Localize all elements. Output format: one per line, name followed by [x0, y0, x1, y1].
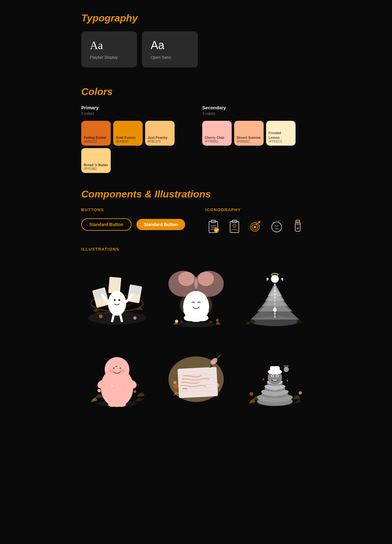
svg-point-90 — [277, 375, 278, 376]
svg-point-63 — [111, 385, 113, 387]
swatch-cherry-chip: Cherry Chip #FFBBB2 — [202, 121, 232, 146]
swatch-fading-ember: Fading Ember #E06C1D — [81, 121, 111, 146]
colors-title: Colors — [81, 86, 311, 97]
typography-section: Typography Aa Playfair Display Aa Open S… — [81, 12, 311, 67]
illustration-meditating-blob — [160, 258, 232, 329]
illustration-stacked-chef — [239, 337, 311, 409]
svg-point-39 — [184, 315, 197, 321]
buttons-label: BUTTONS — [81, 207, 187, 212]
swatch-just-peachy: Just Peachy #FBC376 — [145, 121, 175, 146]
primary-colors-group: Primary 5 colors Fading Ember #E06C1D Go… — [81, 105, 190, 173]
svg-point-40 — [195, 315, 208, 321]
svg-point-97 — [268, 371, 269, 373]
components-layout: BUTTONS Standard Button Standard Button … — [81, 207, 311, 234]
font-name-playfair: Playfair Display — [90, 55, 118, 60]
components-section: Components & Illustrations BUTTONS Stand… — [81, 188, 311, 408]
primary-label: Primary — [81, 105, 190, 110]
illustration-spinning-cards — [81, 258, 153, 329]
svg-point-64 — [120, 388, 121, 389]
svg-point-52 — [105, 357, 129, 382]
swatch-gold-fusion: Gold Fusion #EA9000 — [113, 121, 143, 146]
svg-point-34 — [178, 272, 194, 286]
svg-point-29 — [114, 299, 116, 301]
svg-point-80 — [250, 392, 254, 396]
iconography-label: ICONOGRAPHY — [205, 207, 311, 212]
svg-point-81 — [299, 391, 302, 394]
illustrations-grid — [81, 258, 311, 408]
person-clipboard-icon — [226, 218, 243, 234]
colors-layout: Primary 5 colors Fading Ember #E06C1D Go… — [81, 105, 311, 173]
typography-title: Typography — [81, 12, 311, 24]
svg-point-41 — [175, 320, 178, 323]
font-sample-playfair: Aa — [90, 39, 128, 52]
font-card-opensans: Aa Open Sans — [142, 31, 198, 67]
secondary-colors-group: Secondary 3 colors Cherry Chip #FFBBB2 D… — [202, 105, 311, 173]
svg-point-77 — [209, 365, 210, 367]
svg-point-43 — [178, 322, 214, 327]
svg-point-32 — [133, 316, 136, 320]
svg-point-60 — [118, 402, 126, 407]
svg-point-28 — [108, 291, 126, 316]
components-title: Components & Illustrations — [81, 188, 311, 200]
svg-point-56 — [120, 369, 125, 373]
buttons-group: BUTTONS Standard Button Standard Button — [81, 207, 187, 234]
standard-button-outline[interactable]: Standard Button — [81, 218, 131, 231]
svg-rect-17 — [295, 222, 300, 225]
svg-point-62 — [134, 390, 136, 393]
illustration-dancing-pink-creature — [81, 337, 153, 409]
sleeping-face-icon: z z — [269, 218, 285, 234]
svg-point-53 — [113, 367, 114, 369]
clipboard-check-icon — [205, 218, 221, 234]
svg-point-95 — [263, 378, 265, 380]
primary-count: 5 colors — [81, 111, 190, 116]
svg-point-67 — [173, 381, 176, 384]
svg-point-54 — [120, 367, 121, 369]
buttons-row: Standard Button Standard Button — [81, 218, 187, 231]
swatch-bread-butter: Bread 'n Butter #FFD382 — [81, 148, 111, 173]
svg-point-42 — [216, 319, 218, 321]
illustration-road-to-top — [239, 258, 311, 329]
colors-section: Colors Primary 5 colors Fading Ember #E0… — [81, 86, 311, 173]
svg-point-48 — [273, 308, 277, 312]
font-sample-opensans: Aa — [151, 39, 189, 52]
svg-point-30 — [118, 299, 120, 301]
svg-point-61 — [97, 389, 100, 392]
svg-point-94 — [284, 365, 288, 367]
svg-point-12 — [272, 222, 282, 232]
svg-point-66 — [174, 384, 178, 389]
svg-point-11 — [254, 226, 256, 228]
svg-point-96 — [287, 380, 288, 381]
iconography-group: ICONOGRAPHY — [205, 207, 311, 234]
illustration-writing-notepad — [160, 337, 232, 409]
svg-point-8 — [233, 224, 236, 227]
icons-row: z z — [205, 218, 311, 234]
svg-point-59 — [108, 402, 116, 407]
secondary-swatches: Cherry Chip #FFBBB2 Desert Sunrise #FBB6… — [202, 121, 311, 146]
typography-cards: Aa Playfair Display Aa Open Sans — [81, 31, 311, 67]
secondary-label: Secondary — [202, 105, 311, 110]
svg-point-93 — [284, 367, 289, 372]
svg-point-55 — [109, 369, 114, 373]
svg-rect-6 — [230, 221, 239, 233]
standard-button-filled[interactable]: Standard Button — [136, 219, 185, 230]
svg-point-36 — [198, 272, 214, 286]
swatch-desert-sunrise: Desert Sunrise #FBB68C — [234, 121, 264, 146]
font-card-playfair: Aa Playfair Display — [81, 31, 137, 67]
swatch-frosted-lemon: Frosted Lemon #FFEEC5 — [266, 121, 296, 146]
target-dart-icon — [247, 218, 264, 234]
svg-text:z: z — [279, 219, 281, 222]
secondary-count: 3 colors — [202, 111, 311, 116]
pill-bottle-icon — [290, 218, 306, 234]
svg-point-5 — [214, 228, 219, 233]
illustrations-section: ILLUSTRATIONS — [81, 247, 311, 408]
illustrations-label: ILLUSTRATIONS — [81, 247, 311, 252]
primary-swatches: Fading Ember #E06C1D Gold Fusion #EA9000… — [81, 121, 190, 173]
svg-point-31 — [99, 314, 103, 318]
svg-rect-92 — [270, 366, 280, 372]
svg-point-89 — [272, 375, 273, 376]
font-name-opensans: Open Sans — [151, 55, 171, 60]
